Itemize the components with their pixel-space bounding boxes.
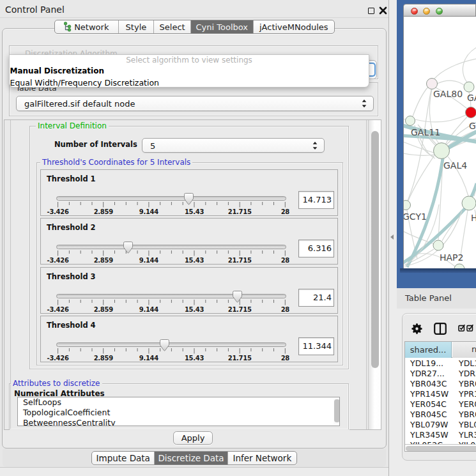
tab-impute-data[interactable]: Impute Data [92,452,155,464]
network-node-gcy1[interactable] [404,201,411,210]
network-canvas[interactable]: GAL80GAGGAL11GAL4GCY1HHAP2 [403,17,476,268]
network-node-label: GA [467,93,476,103]
tab-jactivemnodules[interactable]: jActiveMNodules [254,20,334,33]
slider-tick-label: 15.43 [185,306,204,313]
table-header-name[interactable]: name [452,342,476,358]
slider-thumb[interactable] [123,242,133,254]
float-window-icon[interactable] [368,8,374,14]
zoom-traffic-light[interactable] [436,8,443,15]
network-node-h[interactable] [462,196,476,210]
cell-name: YDR27 [459,369,476,378]
minimize-traffic-light[interactable] [423,8,430,15]
tab-discretize-data[interactable]: Discretize Data [155,452,227,464]
attribute-list-item[interactable]: BetweennessCentrality [18,418,339,426]
slider-track[interactable] [56,245,286,249]
network-edge[interactable] [437,81,464,85]
slider-thumb[interactable] [160,339,169,351]
number-of-intervals-combo[interactable]: 5 [142,138,325,153]
cell-shared-name: YBL079W [410,420,448,429]
network-node-gal11[interactable] [406,116,415,126]
threshold-item-2: Threshold 2-3.4262.8599.14415.4321.71528… [40,218,338,265]
slider-track[interactable] [56,294,286,298]
slider-thumb[interactable] [184,193,194,205]
network-node-gal4[interactable] [434,143,450,159]
table-header: shared... name [405,342,476,358]
network-node-hap2[interactable] [433,240,443,250]
number-of-intervals-label: Number of Intervals [54,140,137,149]
popup-item-manual-discretization[interactable]: Manual Discretization [10,66,369,77]
table-row[interactable]: YLR345WYLR34 [405,430,476,440]
network-window-titlebar[interactable] [403,4,476,17]
horizontal-scrollbar-thumb[interactable] [406,446,476,452]
attribute-list-item[interactable]: TopologicalCoefficient [18,408,339,418]
attributes-scrollbar[interactable] [334,398,340,425]
horizontal-scrollbar[interactable] [405,444,476,452]
split-columns-icon[interactable] [434,323,447,335]
network-node-gal80[interactable] [427,79,438,89]
numerical-attributes-list[interactable]: SelfLoopsTopologicalCoefficientBetweenne… [17,397,340,426]
cell-name: YDL19 [459,358,476,368]
slider-tick-label: 2.859 [94,257,113,264]
network-edge[interactable] [434,59,476,79]
combo-updown-arrows-icon [362,100,367,108]
network-edge[interactable] [408,155,434,201]
attribute-list-item[interactable]: SelfLoops [18,397,339,408]
slider-tick-label: 28 [281,257,289,264]
tab-cyni-toolbox[interactable]: Cyni Toolbox [191,20,254,33]
table-header-shared-name[interactable]: shared... [405,342,452,358]
apply-button[interactable]: Apply [173,431,213,445]
table-row[interactable]: YDL19...YDL19 [405,358,476,369]
table-row[interactable]: YDR27...YDR27 [405,369,476,379]
network-edge[interactable] [415,115,466,122]
slider-ticks [41,348,339,355]
table-row[interactable]: YER054CYER05 [405,399,476,410]
threshold-value-field[interactable]: 14.713 [298,191,334,209]
network-node-label: HAP2 [440,252,463,263]
threshold-value-field[interactable]: 11.344 [298,337,334,355]
slider-tick-label: 2.859 [94,208,113,215]
cell-name: YBR04 [459,410,476,419]
vertical-scrollbar-thumb[interactable] [371,131,379,368]
close-traffic-light[interactable] [411,8,418,15]
tab-label: Impute Data [96,453,150,463]
network-node-label: H [471,213,476,223]
table-row[interactable]: YPR145WYPR14 [405,389,476,399]
gear-icon[interactable] [411,323,422,334]
slider-tick-label: 21.715 [228,306,252,313]
vertical-scrollbar[interactable] [368,120,381,430]
cell-shared-name: YDR27... [410,369,445,378]
tab-select[interactable]: Select [154,20,191,33]
checkbox-icon[interactable] [458,325,465,332]
network-edge[interactable] [463,47,476,82]
table-row[interactable]: YBR043CYBR04 [405,379,476,389]
tab-style[interactable]: Style [119,20,155,33]
close-icon[interactable] [379,6,387,15]
tab-label: Discretize Data [158,453,224,463]
popup-item-equal-width[interactable]: Equal Width/Frequency Discretization [10,77,369,88]
attributes-scrollbar-thumb[interactable] [334,399,340,422]
network-node-label: GCY1 [404,211,427,222]
slider-tick-label: 28 [281,208,289,215]
network-graph: GAL80GAGGAL11GAL4GCY1HHAP2 [404,17,476,268]
slider-track[interactable] [56,342,286,347]
popup-prompt: Select algorithm to view settings [10,55,369,66]
network-edge[interactable] [404,142,434,153]
threshold-label: Threshold 2 [47,223,96,232]
algorithm-dropdown-popup: Select algorithm to view settings Manual… [9,54,369,88]
slider-thumb[interactable] [233,291,242,303]
checkbox-icon[interactable] [466,325,473,332]
network-node-g[interactable] [466,107,476,118]
table-row[interactable]: YBR045CYBR04 [405,410,476,420]
network-node-ga[interactable] [464,82,474,92]
threshold-label: Threshold 1 [47,174,96,183]
network-edge[interactable] [413,87,428,116]
table-row[interactable]: YBL079WYBL07 [405,420,476,430]
threshold-value-field[interactable]: 6.316 [298,240,334,257]
threshold-value-field[interactable]: 21.4 [298,289,334,307]
network-node[interactable] [454,264,464,268]
tab-network[interactable]: Network [55,20,119,33]
table-data-combo[interactable]: galFiltered.sif default node [16,96,374,111]
tab-infer-network[interactable]: Infer Network [228,452,296,464]
slider-track[interactable] [56,196,286,201]
splitter-collapse-arrow-icon[interactable] [390,234,394,240]
